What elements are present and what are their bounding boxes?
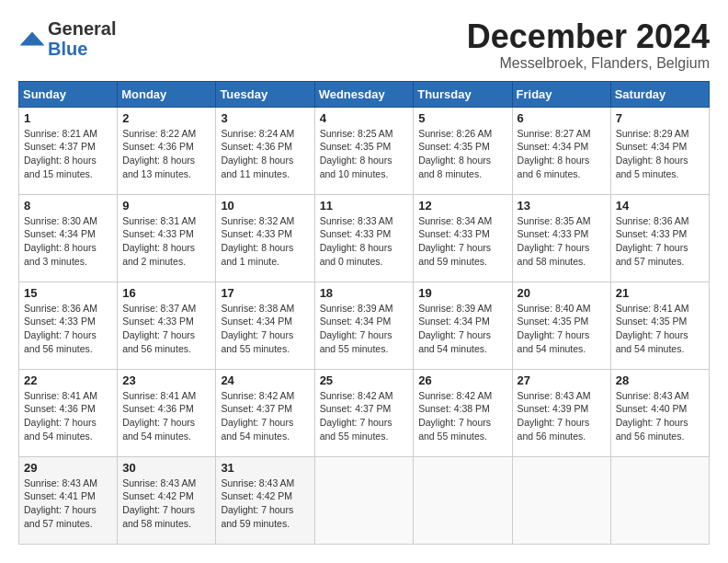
day-detail: Sunrise: 8:39 AMSunset: 4:34 PMDaylight:…	[418, 302, 506, 356]
day-number: 27	[518, 373, 606, 387]
day-number: 12	[418, 199, 506, 213]
calendar-week-row: 8Sunrise: 8:30 AMSunset: 4:34 PMDaylight…	[19, 194, 710, 282]
calendar-week-row: 1Sunrise: 8:21 AMSunset: 4:37 PMDaylight…	[19, 107, 710, 194]
day-number: 2	[122, 111, 210, 125]
calendar-day-cell: 6Sunrise: 8:27 AMSunset: 4:34 PMDaylight…	[512, 107, 610, 194]
calendar-week-row: 15Sunrise: 8:36 AMSunset: 4:33 PMDayligh…	[19, 282, 710, 369]
month-year-title: December 2024	[467, 18, 710, 55]
day-detail: Sunrise: 8:43 AMSunset: 4:42 PMDaylight:…	[122, 477, 210, 531]
day-detail: Sunrise: 8:26 AMSunset: 4:35 PMDaylight:…	[418, 127, 506, 181]
logo-icon	[18, 30, 46, 47]
calendar-day-cell: 5Sunrise: 8:26 AMSunset: 4:35 PMDaylight…	[414, 107, 512, 194]
day-number: 10	[221, 199, 309, 213]
day-number: 9	[122, 199, 210, 213]
day-detail: Sunrise: 8:24 AMSunset: 4:36 PMDaylight:…	[221, 127, 309, 181]
day-number: 23	[122, 373, 210, 387]
calendar-day-cell	[512, 456, 610, 544]
day-number: 29	[24, 461, 112, 475]
calendar-table: SundayMondayTuesdayWednesdayThursdayFrid…	[18, 81, 710, 545]
calendar-day-cell: 29Sunrise: 8:43 AMSunset: 4:41 PMDayligh…	[19, 456, 118, 544]
day-detail: Sunrise: 8:41 AMSunset: 4:35 PMDaylight:…	[616, 302, 704, 356]
calendar-day-cell: 31Sunrise: 8:43 AMSunset: 4:42 PMDayligh…	[216, 456, 314, 544]
day-of-week-header: Sunday	[19, 81, 118, 107]
calendar-day-cell: 12Sunrise: 8:34 AMSunset: 4:33 PMDayligh…	[414, 194, 512, 282]
location-subtitle: Messelbroek, Flanders, Belgium	[467, 55, 710, 72]
logo-general: General	[48, 18, 116, 39]
calendar-day-cell: 28Sunrise: 8:43 AMSunset: 4:40 PMDayligh…	[610, 369, 709, 456]
day-of-week-header: Tuesday	[216, 81, 314, 107]
day-detail: Sunrise: 8:36 AMSunset: 4:33 PMDaylight:…	[616, 214, 704, 269]
day-detail: Sunrise: 8:42 AMSunset: 4:37 PMDaylight:…	[320, 389, 409, 443]
day-detail: Sunrise: 8:43 AMSunset: 4:40 PMDaylight:…	[616, 389, 704, 443]
day-detail: Sunrise: 8:34 AMSunset: 4:33 PMDaylight:…	[418, 214, 506, 269]
day-number: 8	[24, 199, 112, 213]
day-detail: Sunrise: 8:29 AMSunset: 4:34 PMDaylight:…	[616, 127, 704, 181]
day-number: 31	[221, 461, 309, 475]
day-number: 3	[221, 111, 309, 125]
calendar-day-cell	[414, 456, 512, 544]
day-detail: Sunrise: 8:41 AMSunset: 4:36 PMDaylight:…	[122, 389, 210, 443]
day-number: 26	[418, 373, 506, 387]
day-number: 13	[518, 199, 606, 213]
day-detail: Sunrise: 8:42 AMSunset: 4:37 PMDaylight:…	[221, 389, 309, 443]
calendar-day-cell: 24Sunrise: 8:42 AMSunset: 4:37 PMDayligh…	[216, 369, 314, 456]
day-detail: Sunrise: 8:42 AMSunset: 4:38 PMDaylight:…	[418, 389, 506, 443]
calendar-day-cell: 2Sunrise: 8:22 AMSunset: 4:36 PMDaylight…	[118, 107, 216, 194]
calendar-day-cell: 8Sunrise: 8:30 AMSunset: 4:34 PMDaylight…	[19, 194, 118, 282]
day-of-week-header: Friday	[512, 81, 610, 107]
day-of-week-header: Saturday	[610, 81, 709, 107]
day-detail: Sunrise: 8:35 AMSunset: 4:33 PMDaylight:…	[518, 214, 606, 269]
day-detail: Sunrise: 8:33 AMSunset: 4:33 PMDaylight:…	[320, 214, 409, 269]
day-number: 6	[518, 111, 606, 125]
day-number: 7	[616, 111, 704, 125]
calendar-day-cell: 7Sunrise: 8:29 AMSunset: 4:34 PMDaylight…	[610, 107, 709, 194]
calendar-day-cell: 1Sunrise: 8:21 AMSunset: 4:37 PMDaylight…	[19, 107, 118, 194]
day-detail: Sunrise: 8:22 AMSunset: 4:36 PMDaylight:…	[122, 127, 210, 181]
day-detail: Sunrise: 8:37 AMSunset: 4:33 PMDaylight:…	[122, 302, 210, 356]
day-detail: Sunrise: 8:27 AMSunset: 4:34 PMDaylight:…	[518, 127, 606, 181]
logo-blue: Blue	[48, 39, 87, 59]
day-detail: Sunrise: 8:30 AMSunset: 4:34 PMDaylight:…	[24, 214, 112, 269]
calendar-week-row: 29Sunrise: 8:43 AMSunset: 4:41 PMDayligh…	[19, 456, 710, 544]
calendar-day-cell	[610, 456, 709, 544]
calendar-day-cell: 9Sunrise: 8:31 AMSunset: 4:33 PMDaylight…	[118, 194, 216, 282]
day-detail: Sunrise: 8:38 AMSunset: 4:34 PMDaylight:…	[221, 302, 309, 356]
day-number: 18	[320, 286, 409, 300]
day-number: 21	[616, 286, 704, 300]
day-detail: Sunrise: 8:40 AMSunset: 4:35 PMDaylight:…	[518, 302, 606, 356]
day-detail: Sunrise: 8:32 AMSunset: 4:33 PMDaylight:…	[221, 214, 309, 269]
calendar-day-cell: 27Sunrise: 8:43 AMSunset: 4:39 PMDayligh…	[512, 369, 610, 456]
day-number: 4	[320, 111, 409, 125]
calendar-day-cell: 15Sunrise: 8:36 AMSunset: 4:33 PMDayligh…	[19, 282, 118, 369]
day-detail: Sunrise: 8:21 AMSunset: 4:37 PMDaylight:…	[24, 127, 112, 181]
calendar-day-cell: 14Sunrise: 8:36 AMSunset: 4:33 PMDayligh…	[610, 194, 709, 282]
day-of-week-header: Monday	[118, 81, 216, 107]
day-detail: Sunrise: 8:43 AMSunset: 4:41 PMDaylight:…	[24, 477, 112, 531]
day-number: 22	[24, 373, 112, 387]
calendar-day-cell	[314, 456, 414, 544]
day-number: 17	[221, 286, 309, 300]
day-number: 11	[320, 199, 409, 213]
title-block: December 2024 Messelbroek, Flanders, Bel…	[467, 18, 710, 72]
day-number: 25	[320, 373, 409, 387]
calendar-header-row: SundayMondayTuesdayWednesdayThursdayFrid…	[19, 81, 710, 107]
day-number: 1	[24, 111, 112, 125]
calendar-day-cell: 3Sunrise: 8:24 AMSunset: 4:36 PMDaylight…	[216, 107, 314, 194]
calendar-day-cell: 26Sunrise: 8:42 AMSunset: 4:38 PMDayligh…	[414, 369, 512, 456]
calendar-day-cell: 23Sunrise: 8:41 AMSunset: 4:36 PMDayligh…	[118, 369, 216, 456]
calendar-day-cell: 19Sunrise: 8:39 AMSunset: 4:34 PMDayligh…	[414, 282, 512, 369]
day-detail: Sunrise: 8:41 AMSunset: 4:36 PMDaylight:…	[24, 389, 112, 443]
calendar-day-cell: 30Sunrise: 8:43 AMSunset: 4:42 PMDayligh…	[118, 456, 216, 544]
day-number: 24	[221, 373, 309, 387]
calendar-day-cell: 4Sunrise: 8:25 AMSunset: 4:35 PMDaylight…	[314, 107, 414, 194]
calendar-day-cell: 21Sunrise: 8:41 AMSunset: 4:35 PMDayligh…	[610, 282, 709, 369]
day-number: 16	[122, 286, 210, 300]
logo: General Blue	[18, 18, 116, 59]
day-detail: Sunrise: 8:43 AMSunset: 4:39 PMDaylight:…	[518, 389, 606, 443]
day-number: 30	[122, 461, 210, 475]
calendar-day-cell: 25Sunrise: 8:42 AMSunset: 4:37 PMDayligh…	[314, 369, 414, 456]
day-number: 19	[418, 286, 506, 300]
calendar-day-cell: 13Sunrise: 8:35 AMSunset: 4:33 PMDayligh…	[512, 194, 610, 282]
svg-marker-0	[20, 32, 45, 46]
calendar-day-cell: 17Sunrise: 8:38 AMSunset: 4:34 PMDayligh…	[216, 282, 314, 369]
